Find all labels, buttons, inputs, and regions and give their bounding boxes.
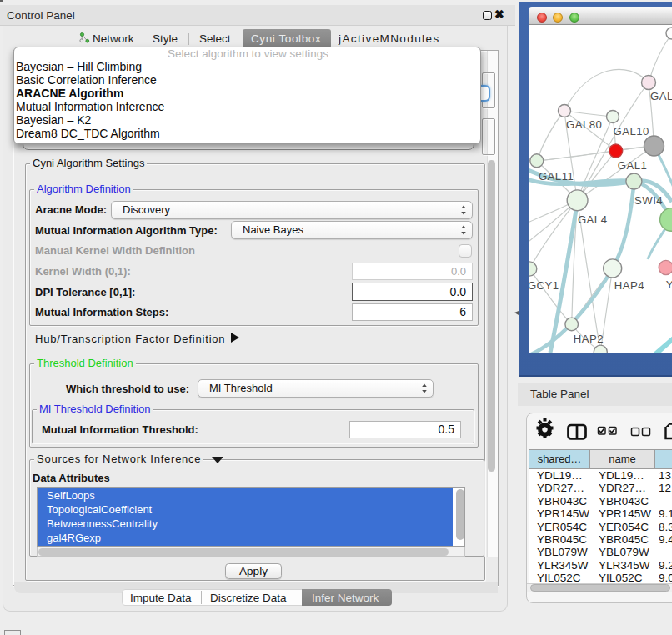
svg-text:YM: YM xyxy=(666,278,672,291)
svg-text:GAL8: GAL8 xyxy=(650,90,672,102)
svg-text:HAP4: HAP4 xyxy=(614,279,644,292)
svg-text:HAP2: HAP2 xyxy=(574,332,604,345)
svg-text:SWI4: SWI4 xyxy=(634,194,663,207)
svg-text:GAL80: GAL80 xyxy=(566,118,602,131)
svg-text:GCY1: GCY1 xyxy=(529,279,559,292)
svg-text:GAL10: GAL10 xyxy=(614,125,649,138)
svg-text:GAL11: GAL11 xyxy=(539,170,574,182)
svg-text:GAL4: GAL4 xyxy=(578,213,608,226)
svg-text:GAL1: GAL1 xyxy=(618,159,648,172)
